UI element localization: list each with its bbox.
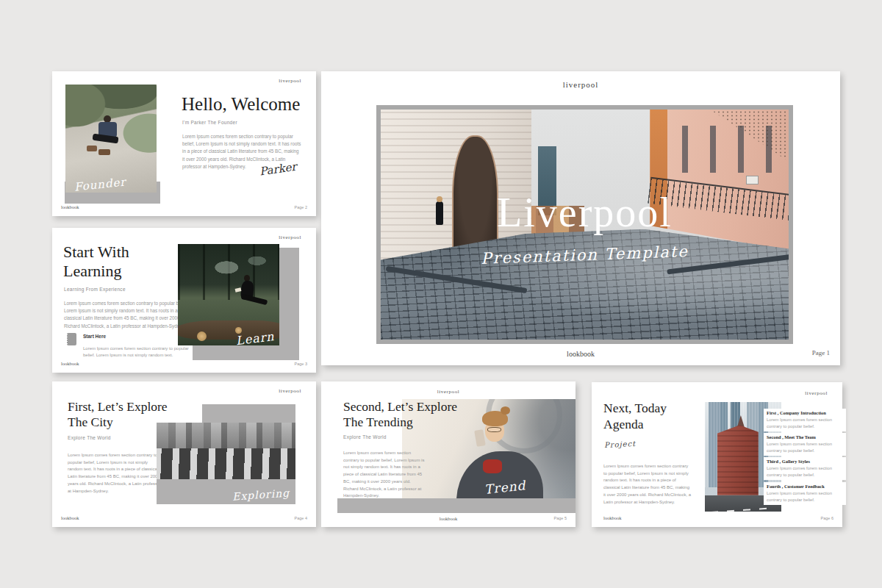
- crosswalk-photo: [157, 423, 295, 479]
- phone-shape: [474, 429, 486, 447]
- slide-title: Next, Today Agenda: [603, 401, 667, 433]
- body-text: Lorem Ipsum comes forem section contrary…: [343, 450, 427, 500]
- slide-title: Second, Let’s Explore The Trending: [343, 399, 457, 431]
- body-text: Lorem Ipsum comes forem section contrary…: [68, 452, 163, 495]
- slide-subtitle: I'm Parker The Founder: [182, 120, 237, 125]
- agenda-item[interactable]: Third , Gallery Styles Lorem Ipsum comes…: [764, 457, 846, 480]
- glasses-shape: [487, 427, 501, 432]
- slide-explore-the-city[interactable]: liverpool First, Let’s Explore The City …: [52, 381, 316, 527]
- slide-explore-the-trending[interactable]: liverpool Trend Second, Let’s Explore Th…: [321, 381, 576, 527]
- slide-subtitle: Explore The World: [343, 434, 387, 440]
- person-figure: [241, 294, 268, 306]
- template-preview-canvas: liverpool Founder Hello, Welcome I'm Par…: [0, 0, 882, 588]
- road-marking: [711, 507, 775, 512]
- agenda-item-title: Third , Gallery Styles: [767, 459, 843, 464]
- slide-title: Hello, Welcome: [182, 94, 300, 115]
- agenda-item-body: Lorem Ipsum comes forem section contrary…: [767, 441, 843, 453]
- title-line: Next, Today: [603, 401, 667, 415]
- slide-header-brand: liverpool: [321, 389, 576, 395]
- title-line: Start With: [63, 243, 129, 261]
- slide-today-agenda[interactable]: liverpool Next, Today Agenda Project Lor…: [592, 382, 842, 527]
- slide-start-with-learning[interactable]: liverpool Start With Learning Learning F…: [52, 228, 316, 373]
- agenda-item-body: Lorem Ipsum comes forem section contrary…: [767, 465, 843, 478]
- page-number: Page 6: [821, 516, 833, 520]
- title-line: The City: [68, 415, 113, 429]
- agenda-item-body: Lorem Ipsum comes forem section contrary…: [767, 490, 843, 503]
- cover-photo-frame: Liverpool Presentation Template: [376, 105, 793, 344]
- street-sign: [746, 176, 759, 184]
- footer-brand: lookbook: [321, 516, 576, 521]
- photo-caption-script: Exploring: [232, 487, 290, 502]
- feature-title: Start Here: [83, 334, 106, 339]
- cover-title: Liverpool: [381, 192, 789, 233]
- slide-header-brand: liverpool: [321, 80, 840, 89]
- slide-hello-welcome[interactable]: liverpool Founder Hello, Welcome I'm Par…: [52, 71, 316, 216]
- agenda-item-title: Second , Meet The Team: [767, 434, 843, 440]
- title-line: The Trending: [343, 415, 413, 429]
- slide-cover-liverpool[interactable]: liverpool Liverpo: [321, 71, 840, 365]
- title-line: First, Let’s Explore: [68, 399, 168, 414]
- footer-brand: lookbook: [61, 515, 79, 520]
- footer-brand: lookbook: [61, 361, 79, 366]
- agenda-item[interactable]: First , Company Introduction Lorem Ipsum…: [764, 409, 846, 431]
- slide-subtitle: Learning From Experience: [64, 287, 126, 292]
- notebook-icon: [67, 333, 76, 345]
- page-number: Page 1: [812, 349, 830, 356]
- title-line: Learning: [63, 262, 121, 280]
- footer-brand: lookbook: [61, 204, 79, 209]
- title-line: Second, Let’s Explore: [343, 399, 457, 414]
- photo-caption-script: Founder: [74, 175, 126, 193]
- title-line: Agenda: [603, 417, 643, 431]
- photo-accent-rect: [202, 404, 295, 423]
- slide-header-brand: liverpool: [279, 234, 301, 240]
- project-script: Project: [604, 440, 637, 449]
- agenda-item[interactable]: Second , Meet The Team Lorem Ipsum comes…: [764, 433, 846, 456]
- agenda-item-title: Fourth , Customer Feedback: [767, 484, 843, 489]
- log-shape: [197, 331, 207, 341]
- slide-subtitle: Explore The World: [68, 435, 111, 440]
- page-number: Page 5: [554, 516, 567, 520]
- founder-photo: Founder: [65, 85, 157, 193]
- slide-header-brand: liverpool: [279, 78, 301, 84]
- feature-body-text: Lorem Ipsum comes forem section contrary…: [83, 345, 199, 359]
- body-text: Lorem Ipsum comes forem section contrary…: [603, 463, 692, 506]
- agenda-item-title: First , Company Introduction: [767, 410, 843, 415]
- learning-photo: Learn: [178, 244, 279, 345]
- caption-band: Exploring: [157, 479, 295, 504]
- street-photo: Liverpool Presentation Template: [381, 110, 789, 340]
- slide-title: First, Let’s Explore The City: [68, 399, 168, 431]
- person-figure: [87, 146, 97, 151]
- slide-header-brand: liverpool: [279, 388, 301, 394]
- agenda-item[interactable]: Fourth , Customer Feedback Lorem Ipsum c…: [764, 482, 846, 505]
- slide-header-brand: liverpool: [805, 390, 828, 396]
- footer-brand: lookbook: [321, 350, 840, 358]
- page-number: Page 4: [295, 516, 307, 520]
- scarf-shape: [483, 459, 502, 473]
- slide-title: Start With Learning: [63, 243, 129, 281]
- agenda-item-body: Lorem Ipsum comes forem section contrary…: [767, 417, 843, 429]
- caption-band: [337, 498, 576, 513]
- person-figure: [98, 149, 110, 155]
- footer-brand: lookbook: [603, 515, 622, 520]
- red-brick-building: [717, 425, 759, 495]
- page-number: Page 2: [295, 205, 307, 209]
- page-number: Page 3: [295, 362, 307, 366]
- person-figure: [501, 406, 510, 415]
